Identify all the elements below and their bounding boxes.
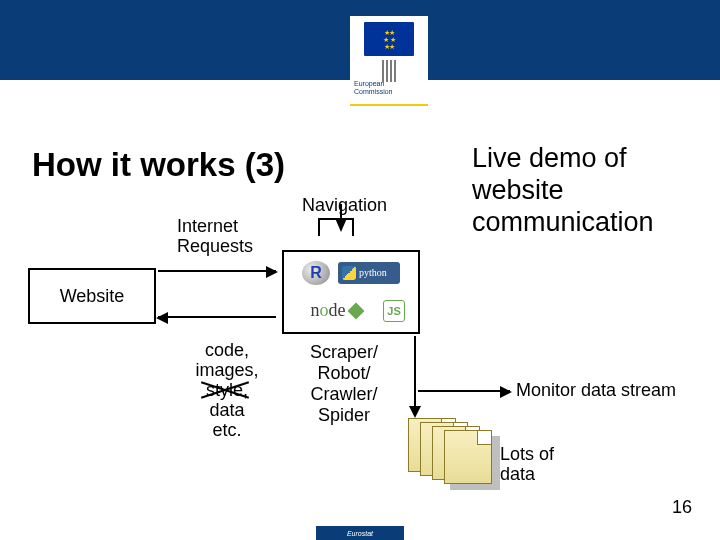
right-demo-text: Live demo of website communication [472, 142, 654, 238]
python-text: python [359, 267, 387, 278]
pl-4: data [209, 400, 244, 420]
sc-4: Spider [318, 405, 370, 425]
arrow-monitor-icon [418, 390, 510, 392]
navigation-arrow-head-icon [335, 218, 347, 232]
ir-l2: Requests [177, 236, 253, 256]
lod-1: Lots of [500, 444, 554, 464]
style-strikethrough-icon [200, 378, 250, 400]
monitor-label: Monitor data stream [516, 380, 676, 401]
node-hex-icon [347, 302, 364, 319]
pl-1: code, [205, 340, 249, 360]
arrow-response-icon [158, 316, 276, 318]
ec-bars-icon [382, 60, 396, 82]
r-letter: R [310, 264, 322, 282]
pl-5: etc. [212, 420, 241, 440]
ec-text: European Commission [354, 80, 393, 96]
tech-box: R python node JS [282, 250, 420, 334]
node-de: de [329, 300, 346, 321]
navigation-label: Navigation [302, 195, 387, 216]
r-logo-icon: R [302, 261, 330, 285]
ec-line2: Commission [354, 88, 393, 95]
footer-text: Eurostat [347, 530, 373, 537]
lots-of-data-label: Lots of data [500, 444, 554, 484]
node-logo-icon: node [297, 298, 375, 324]
eu-stars-icon: ★ ★★ ★★ ★ [383, 29, 396, 50]
sc-1: Scraper/ [310, 342, 378, 362]
node-o: o [320, 300, 329, 321]
python-logo-icon: python [338, 262, 400, 284]
rt-l3: communication [472, 207, 654, 237]
sc-2: Robot/ [317, 363, 370, 383]
website-box: Website [28, 268, 156, 324]
scraper-label: Scraper/ Robot/ Crawler/ Spider [310, 342, 378, 426]
js-logo-icon: JS [383, 300, 405, 322]
internet-requests-label: Internet Requests [177, 216, 253, 256]
ec-line1: European [354, 80, 384, 87]
slide-title: How it works (3) [32, 146, 285, 184]
rt-l1: Live demo of [472, 143, 627, 173]
arrow-to-files-icon [414, 336, 416, 416]
lod-2: data [500, 464, 535, 484]
ec-logo: ★ ★★ ★★ ★ European Commission [350, 16, 428, 106]
rt-l2: website [472, 175, 564, 205]
page-number: 16 [672, 497, 692, 518]
sc-3: Crawler/ [311, 384, 378, 404]
python-glyph-icon [342, 266, 356, 280]
arrow-request-icon [158, 270, 276, 272]
ir-l1: Internet [177, 216, 238, 236]
slide: ★ ★★ ★★ ★ European Commission How it wor… [0, 0, 720, 540]
file-icon [444, 430, 492, 484]
js-text: JS [387, 305, 400, 317]
node-n: n [311, 300, 320, 321]
file-stack-icon [408, 418, 494, 480]
pl-2: images, [195, 360, 258, 380]
website-box-label: Website [60, 286, 125, 307]
footer-pill: Eurostat [316, 526, 404, 540]
eu-flag-icon: ★ ★★ ★★ ★ [364, 22, 414, 56]
